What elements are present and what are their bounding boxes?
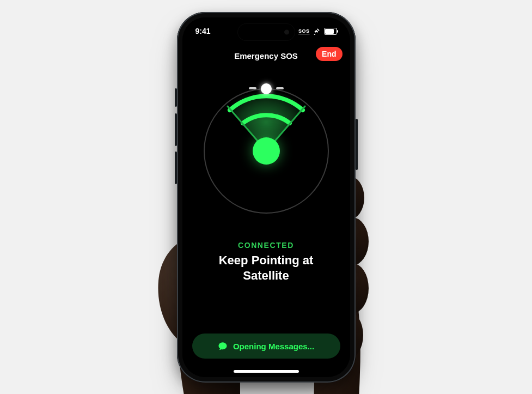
satellite-dot xyxy=(261,83,272,94)
connected-label: CONNECTED xyxy=(199,241,334,250)
status-time: 9:41 xyxy=(195,27,211,35)
satellite-finder[interactable] xyxy=(204,88,329,214)
opening-messages-label: Opening Messages... xyxy=(233,342,314,351)
home-indicator[interactable] xyxy=(234,370,299,373)
opening-messages-button[interactable]: Opening Messages... xyxy=(192,334,340,359)
user-dot xyxy=(253,137,280,165)
mute-switch xyxy=(175,88,177,107)
instruction-text: Keep Pointing at Satellite xyxy=(199,253,334,283)
end-button[interactable]: End xyxy=(316,47,342,61)
phone-frame: 9:41 SOS Emergency SOS End xyxy=(177,12,356,383)
nav-bar: Emergency SOS End xyxy=(182,45,350,66)
satellite-icon xyxy=(313,27,321,35)
volume-up-button xyxy=(175,113,177,146)
phone-screen: 9:41 SOS Emergency SOS End xyxy=(182,17,350,377)
messages-icon xyxy=(218,341,228,351)
page-title: Emergency SOS xyxy=(234,51,298,60)
battery-icon xyxy=(324,28,337,35)
volume-down-button xyxy=(175,151,177,184)
dynamic-island xyxy=(238,24,295,40)
connection-status-block: CONNECTED Keep Pointing at Satellite xyxy=(182,241,350,283)
side-button xyxy=(356,119,358,170)
status-sos-label: SOS xyxy=(298,28,310,34)
